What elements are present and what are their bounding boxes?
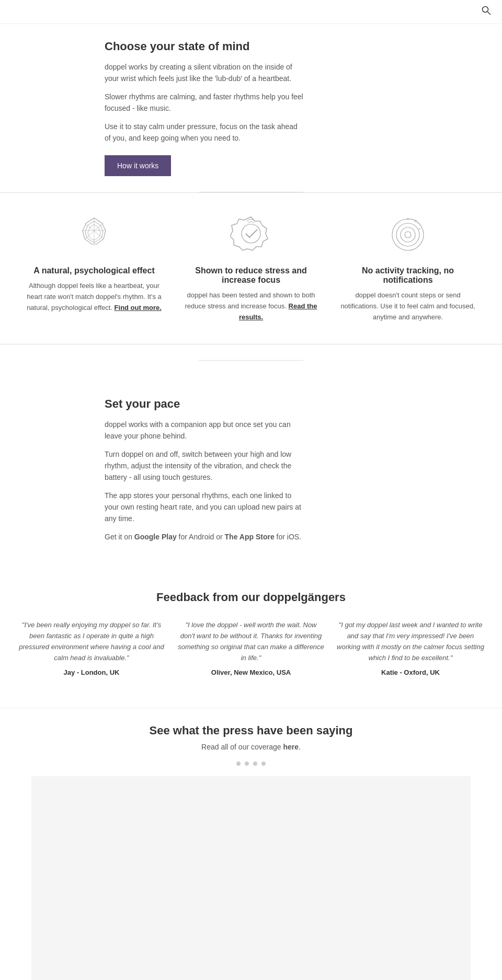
search-button[interactable] (481, 5, 492, 18)
hero-title: Choose your state of mind (105, 40, 303, 53)
app-store-link[interactable]: The App Store (225, 533, 275, 541)
testimonial-1-text: "I love the doppel - well worth the wait… (178, 620, 324, 663)
testimonial-1-author: Oliver, New Mexico, USA (178, 668, 324, 676)
svg-line-17 (419, 228, 420, 229)
press-dot-4[interactable] (261, 762, 266, 766)
press-coverage-link[interactable]: here (283, 743, 299, 751)
pace-para2: Turn doppel on and off, switch between y… (105, 448, 303, 483)
features-section: A natural, psychological effect Although… (0, 192, 502, 344)
hero-section: Choose your state of mind doppel works b… (0, 24, 502, 192)
spiral-icon (387, 214, 429, 256)
testimonial-2-author: Katie - Oxford, UK (335, 668, 486, 676)
pace-title: Set your pace (105, 397, 303, 411)
svg-point-14 (405, 232, 411, 238)
pace-section: Set your pace doppel works with a compan… (0, 376, 502, 570)
feedback-title: Feedback from our doppelgängers (16, 591, 486, 604)
search-icon (481, 5, 492, 16)
svg-line-1 (488, 12, 491, 15)
svg-point-10 (242, 224, 260, 243)
hero-content: Choose your state of mind doppel works b… (105, 40, 303, 176)
testimonial-0-author: Jay - London, UK (16, 668, 167, 676)
feature-natural-desc: Although doppel feels like a heartbeat, … (24, 281, 165, 313)
feature-natural-title: A natural, psychological effect (24, 266, 165, 275)
press-sub: Read all of our coverage here. (16, 743, 486, 751)
top-bar (0, 0, 502, 24)
feedback-section: Feedback from our doppelgängers "I've be… (0, 570, 502, 708)
pace-para1: doppel works with a companion app but on… (105, 419, 303, 442)
press-dot-2[interactable] (245, 762, 249, 766)
press-carousel-dots (16, 762, 486, 766)
testimonials-container: "I've been really enjoying my doppel so … (16, 620, 486, 676)
svg-point-13 (401, 227, 415, 242)
feature-notrack: No activity tracking, no notifications d… (337, 214, 478, 322)
press-section: See what the press have been saying Read… (0, 708, 502, 980)
feature-notrack-desc: doppel doesn't count steps or send notif… (337, 290, 478, 322)
feature-stress-title: Shown to reduce stress and increase focu… (180, 266, 322, 285)
feature-notrack-title: No activity tracking, no notifications (337, 266, 478, 285)
press-dot-3[interactable] (253, 762, 257, 766)
svg-point-12 (396, 223, 419, 246)
google-play-link[interactable]: Google Play (134, 533, 177, 541)
feature-natural-link[interactable]: Find out more. (115, 304, 162, 312)
pace-para3: The app stores your personal rhythms, ea… (105, 490, 303, 525)
testimonial-0: "I've been really enjoying my doppel so … (16, 620, 167, 676)
press-dot-1[interactable] (236, 762, 241, 766)
press-title: See what the press have been saying (16, 724, 486, 737)
feature-natural: A natural, psychological effect Although… (24, 214, 165, 322)
press-cards-area (31, 776, 471, 980)
feature-stress: Shown to reduce stress and increase focu… (180, 214, 322, 322)
testimonial-2: "I got my doppel last week and I wanted … (335, 620, 486, 676)
testimonial-2-text: "I got my doppel last week and I wanted … (335, 620, 486, 663)
svg-point-0 (483, 7, 488, 13)
pace-para4: Get it on Google Play for Android or The… (105, 531, 303, 543)
pace-content: Set your pace doppel works with a compan… (105, 397, 303, 549)
testimonial-1: "I love the doppel - well worth the wait… (178, 620, 324, 676)
hero-para1: doppel works by creating a silent vibrat… (105, 61, 303, 85)
feature-stress-desc: doppel has been tested and shown to both… (180, 290, 322, 322)
how-it-works-button[interactable]: How it works (105, 155, 171, 176)
divider-2 (199, 360, 303, 361)
hero-para3: Use it to stay calm under pressure, focu… (105, 121, 303, 144)
brain-icon (73, 214, 115, 256)
badge-icon (230, 214, 272, 256)
hero-para2: Slower rhythms are calming, and faster r… (105, 91, 303, 114)
testimonial-0-text: "I've been really enjoying my doppel so … (16, 620, 167, 663)
svg-marker-9 (230, 217, 268, 250)
